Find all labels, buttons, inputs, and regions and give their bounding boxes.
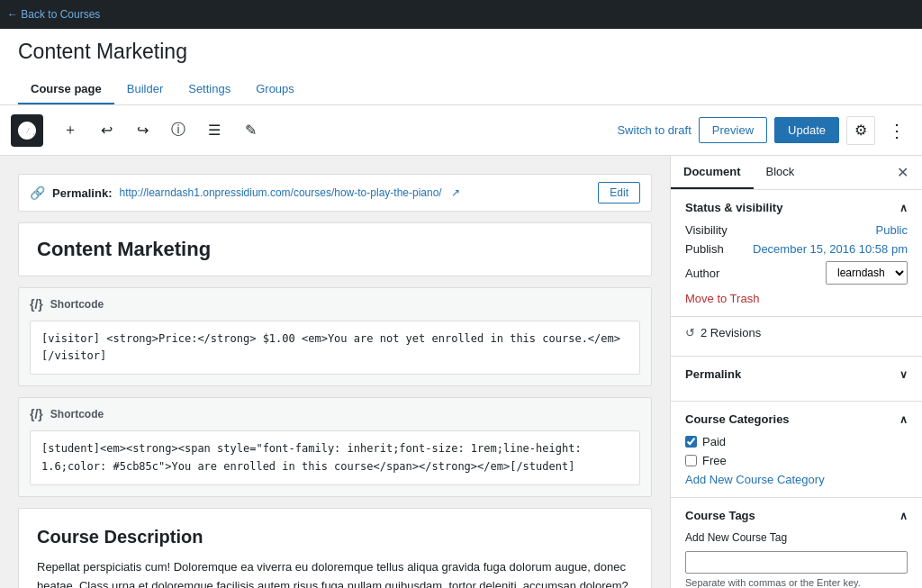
move-to-trash-link[interactable]: Move to Trash — [685, 292, 759, 305]
block-type-label-1: Shortcode — [50, 298, 104, 311]
add-course-category-link[interactable]: Add New Course Category — [685, 473, 825, 486]
more-options-button[interactable]: ⋮ — [882, 116, 911, 145]
sidebar-tab-document[interactable]: Document — [671, 156, 754, 189]
course-tags-header[interactable]: Course Tags ∧ — [685, 509, 908, 522]
toolbar-left: ＋ ↩ ↪ ⓘ ☰ ✎ — [11, 114, 267, 147]
permalink-bar: 🔗 Permalink: http://learndash1.onpressid… — [18, 174, 652, 212]
course-categories-title: Course Categories — [685, 412, 790, 426]
link-icon: 🔗 — [30, 185, 45, 200]
permalink-section-title: Permalink — [685, 367, 741, 381]
block-header-2: {/} Shortcode — [19, 398, 651, 430]
category-paid-checkbox[interactable] — [685, 436, 697, 448]
sidebar: Document Block ✕ Status & visibility ∧ V… — [670, 156, 922, 588]
block-content-2[interactable]: [student]<em><strong><span style="font-f… — [30, 430, 640, 484]
tab-groups[interactable]: Groups — [243, 75, 307, 104]
course-categories-chevron: ∧ — [899, 413, 908, 426]
tab-builder[interactable]: Builder — [114, 75, 176, 104]
update-button[interactable]: Update — [774, 117, 839, 143]
category-free-label: Free — [702, 454, 727, 467]
visibility-row: Visibility Public — [685, 223, 908, 237]
redo-button[interactable]: ↪ — [126, 114, 158, 147]
undo-button[interactable]: ↩ — [90, 114, 122, 147]
edit-button[interactable]: ✎ — [234, 114, 267, 147]
main-layout: 🔗 Permalink: http://learndash1.onpressid… — [0, 156, 922, 588]
toolbar-right: Switch to draft Preview Update ⚙ ⋮ — [617, 116, 911, 145]
shortcode-icon-2: {/} — [30, 407, 43, 421]
sidebar-close-button[interactable]: ✕ — [890, 160, 915, 185]
tags-hint: Separate with commas or the Enter key. — [685, 577, 908, 588]
list-view-button[interactable]: ☰ — [198, 114, 230, 147]
settings-gear-button[interactable]: ⚙ — [846, 116, 875, 145]
tab-settings[interactable]: Settings — [176, 75, 243, 104]
external-link-icon: ↗ — [451, 186, 460, 199]
editor-toolbar: ＋ ↩ ↪ ⓘ ☰ ✎ Switch to draft Preview Upda… — [0, 105, 922, 156]
revisions-label: 2 Revisions — [701, 326, 761, 339]
category-paid-label: Paid — [702, 435, 726, 448]
revisions-icon: ↺ — [685, 326, 695, 339]
course-description-para-1: Repellat perspiciatis cum! Doloremque ea… — [37, 558, 633, 588]
page-title: Content Marketing — [18, 36, 904, 71]
add-block-button[interactable]: ＋ — [54, 114, 86, 147]
status-visibility-title: Status & visibility — [685, 201, 782, 214]
author-row: Author learndash — [685, 261, 908, 285]
revisions-row[interactable]: ↺ 2 Revisions — [685, 326, 908, 339]
visibility-value[interactable]: Public — [876, 223, 908, 237]
permalink-label: Permalink: — [52, 186, 112, 200]
page-nav-tabs: Course page Builder Settings Groups — [18, 75, 904, 104]
editor-area: 🔗 Permalink: http://learndash1.onpressid… — [0, 156, 670, 588]
permalink-section-header[interactable]: Permalink ∨ — [685, 367, 908, 381]
sidebar-tabs: Document Block ✕ — [671, 156, 922, 190]
publish-value[interactable]: December 15, 2016 10:58 pm — [753, 242, 908, 256]
status-visibility-header[interactable]: Status & visibility ∧ — [685, 201, 908, 214]
publish-label: Publish — [685, 242, 724, 256]
add-course-tag-label: Add New Course Tag — [685, 531, 908, 544]
course-tags-chevron: ∧ — [899, 510, 908, 522]
edit-permalink-button[interactable]: Edit — [598, 182, 640, 204]
category-free-row: Free — [685, 454, 908, 467]
permalink-section: Permalink ∨ — [671, 357, 922, 402]
sidebar-tab-block[interactable]: Block — [754, 156, 808, 189]
info-button[interactable]: ⓘ — [162, 114, 194, 147]
preview-button[interactable]: Preview — [699, 117, 767, 143]
tab-course-page[interactable]: Course page — [18, 75, 114, 104]
course-description-title: Course Description — [37, 527, 633, 547]
post-title-block[interactable]: Content Marketing — [18, 222, 652, 276]
status-visibility-section: Status & visibility ∧ Visibility Public … — [671, 190, 922, 317]
post-title-text: Content Marketing — [37, 238, 633, 261]
block-type-label-2: Shortcode — [50, 408, 104, 421]
shortcode-block-1: {/} Shortcode [visitor] <strong>Price:</… — [18, 287, 652, 386]
course-categories-header[interactable]: Course Categories ∧ — [685, 412, 908, 426]
shortcode-block-2: {/} Shortcode [student]<em><strong><span… — [18, 397, 652, 496]
visibility-label: Visibility — [685, 223, 728, 237]
permalink-chevron: ∨ — [899, 368, 908, 381]
back-to-courses-link[interactable]: ← Back to Courses — [7, 8, 100, 21]
category-free-checkbox[interactable] — [685, 455, 697, 466]
permalink-url[interactable]: http://learndash1.onpressidium.com/cours… — [119, 186, 441, 199]
block-content-1[interactable]: [visitor] <strong>Price:</strong> $1.00 … — [30, 321, 640, 375]
course-tags-title: Course Tags — [685, 509, 755, 522]
block-header-1: {/} Shortcode — [19, 288, 651, 321]
category-paid-row: Paid — [685, 435, 908, 448]
author-select[interactable]: learndash — [826, 261, 908, 285]
course-description-block: Course Description Repellat perspiciatis… — [18, 508, 652, 588]
course-tags-input[interactable] — [685, 551, 908, 574]
revisions-section: ↺ 2 Revisions — [671, 317, 922, 357]
publish-row: Publish December 15, 2016 10:58 pm — [685, 242, 908, 256]
shortcode-icon-1: {/} — [30, 297, 43, 312]
author-label: Author — [685, 267, 719, 280]
switch-to-draft-button[interactable]: Switch to draft — [617, 123, 691, 137]
page-header: Content Marketing Course page Builder Se… — [0, 29, 922, 105]
course-categories-section: Course Categories ∧ Paid Free Add New Co… — [671, 402, 922, 498]
status-visibility-chevron: ∧ — [899, 202, 908, 214]
admin-top-bar: ← Back to Courses — [0, 0, 922, 29]
wp-logo[interactable] — [11, 114, 43, 147]
course-tags-section: Course Tags ∧ Add New Course Tag Separat… — [671, 498, 922, 588]
